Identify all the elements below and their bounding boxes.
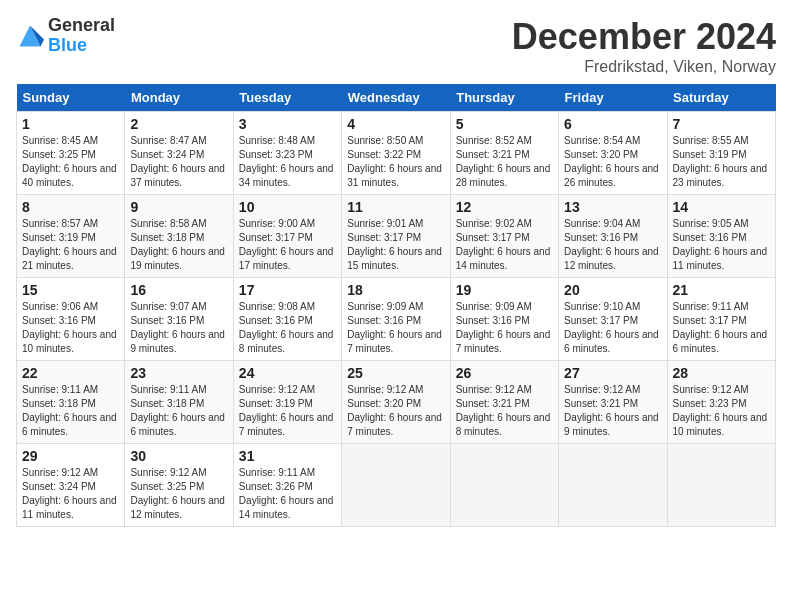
location-title: Fredrikstad, Viken, Norway — [512, 58, 776, 76]
day-info: Sunrise: 9:05 AMSunset: 3:16 PMDaylight:… — [673, 217, 770, 273]
day-number: 19 — [456, 282, 553, 298]
calendar-cell: 30Sunrise: 9:12 AMSunset: 3:25 PMDayligh… — [125, 444, 233, 527]
calendar-cell — [342, 444, 450, 527]
day-info: Sunrise: 8:50 AMSunset: 3:22 PMDaylight:… — [347, 134, 444, 190]
calendar-cell: 15Sunrise: 9:06 AMSunset: 3:16 PMDayligh… — [17, 278, 125, 361]
day-number: 2 — [130, 116, 227, 132]
day-number: 27 — [564, 365, 661, 381]
day-info: Sunrise: 9:07 AMSunset: 3:16 PMDaylight:… — [130, 300, 227, 356]
calendar-cell: 4Sunrise: 8:50 AMSunset: 3:22 PMDaylight… — [342, 112, 450, 195]
day-number: 23 — [130, 365, 227, 381]
day-number: 15 — [22, 282, 119, 298]
title-area: December 2024 Fredrikstad, Viken, Norway — [512, 16, 776, 76]
day-info: Sunrise: 9:09 AMSunset: 3:16 PMDaylight:… — [347, 300, 444, 356]
day-number: 9 — [130, 199, 227, 215]
day-info: Sunrise: 8:47 AMSunset: 3:24 PMDaylight:… — [130, 134, 227, 190]
day-info: Sunrise: 8:58 AMSunset: 3:18 PMDaylight:… — [130, 217, 227, 273]
day-info: Sunrise: 8:52 AMSunset: 3:21 PMDaylight:… — [456, 134, 553, 190]
calendar-cell: 10Sunrise: 9:00 AMSunset: 3:17 PMDayligh… — [233, 195, 341, 278]
weekday-header-friday: Friday — [559, 84, 667, 112]
day-info: Sunrise: 9:11 AMSunset: 3:18 PMDaylight:… — [22, 383, 119, 439]
day-info: Sunrise: 9:12 AMSunset: 3:23 PMDaylight:… — [673, 383, 770, 439]
calendar-cell — [559, 444, 667, 527]
calendar-cell — [667, 444, 775, 527]
day-number: 18 — [347, 282, 444, 298]
day-number: 29 — [22, 448, 119, 464]
day-number: 11 — [347, 199, 444, 215]
calendar-cell: 19Sunrise: 9:09 AMSunset: 3:16 PMDayligh… — [450, 278, 558, 361]
day-info: Sunrise: 9:11 AMSunset: 3:18 PMDaylight:… — [130, 383, 227, 439]
weekday-header-monday: Monday — [125, 84, 233, 112]
calendar-cell: 27Sunrise: 9:12 AMSunset: 3:21 PMDayligh… — [559, 361, 667, 444]
day-info: Sunrise: 9:09 AMSunset: 3:16 PMDaylight:… — [456, 300, 553, 356]
day-info: Sunrise: 9:12 AMSunset: 3:19 PMDaylight:… — [239, 383, 336, 439]
day-info: Sunrise: 9:10 AMSunset: 3:17 PMDaylight:… — [564, 300, 661, 356]
day-number: 22 — [22, 365, 119, 381]
calendar-cell: 9Sunrise: 8:58 AMSunset: 3:18 PMDaylight… — [125, 195, 233, 278]
day-info: Sunrise: 9:06 AMSunset: 3:16 PMDaylight:… — [22, 300, 119, 356]
day-info: Sunrise: 9:12 AMSunset: 3:21 PMDaylight:… — [564, 383, 661, 439]
day-number: 17 — [239, 282, 336, 298]
day-info: Sunrise: 9:11 AMSunset: 3:17 PMDaylight:… — [673, 300, 770, 356]
day-number: 16 — [130, 282, 227, 298]
day-number: 8 — [22, 199, 119, 215]
calendar-cell: 13Sunrise: 9:04 AMSunset: 3:16 PMDayligh… — [559, 195, 667, 278]
day-info: Sunrise: 8:48 AMSunset: 3:23 PMDaylight:… — [239, 134, 336, 190]
weekday-header-wednesday: Wednesday — [342, 84, 450, 112]
week-row-3: 15Sunrise: 9:06 AMSunset: 3:16 PMDayligh… — [17, 278, 776, 361]
week-row-1: 1Sunrise: 8:45 AMSunset: 3:25 PMDaylight… — [17, 112, 776, 195]
calendar-cell: 2Sunrise: 8:47 AMSunset: 3:24 PMDaylight… — [125, 112, 233, 195]
calendar-cell: 20Sunrise: 9:10 AMSunset: 3:17 PMDayligh… — [559, 278, 667, 361]
weekday-header-sunday: Sunday — [17, 84, 125, 112]
day-info: Sunrise: 9:12 AMSunset: 3:25 PMDaylight:… — [130, 466, 227, 522]
calendar-cell: 3Sunrise: 8:48 AMSunset: 3:23 PMDaylight… — [233, 112, 341, 195]
day-number: 20 — [564, 282, 661, 298]
calendar-cell: 23Sunrise: 9:11 AMSunset: 3:18 PMDayligh… — [125, 361, 233, 444]
day-number: 24 — [239, 365, 336, 381]
day-number: 26 — [456, 365, 553, 381]
logo-text: General Blue — [48, 16, 115, 56]
day-number: 21 — [673, 282, 770, 298]
calendar-cell: 5Sunrise: 8:52 AMSunset: 3:21 PMDaylight… — [450, 112, 558, 195]
day-number: 25 — [347, 365, 444, 381]
calendar-cell: 18Sunrise: 9:09 AMSunset: 3:16 PMDayligh… — [342, 278, 450, 361]
day-number: 1 — [22, 116, 119, 132]
day-info: Sunrise: 8:57 AMSunset: 3:19 PMDaylight:… — [22, 217, 119, 273]
logo-blue-text: Blue — [48, 36, 115, 56]
calendar-cell: 22Sunrise: 9:11 AMSunset: 3:18 PMDayligh… — [17, 361, 125, 444]
calendar-cell: 11Sunrise: 9:01 AMSunset: 3:17 PMDayligh… — [342, 195, 450, 278]
day-info: Sunrise: 9:00 AMSunset: 3:17 PMDaylight:… — [239, 217, 336, 273]
logo-general-text: General — [48, 16, 115, 36]
calendar-cell: 21Sunrise: 9:11 AMSunset: 3:17 PMDayligh… — [667, 278, 775, 361]
calendar-cell: 8Sunrise: 8:57 AMSunset: 3:19 PMDaylight… — [17, 195, 125, 278]
day-number: 7 — [673, 116, 770, 132]
logo: General Blue — [16, 16, 115, 56]
day-number: 12 — [456, 199, 553, 215]
calendar-cell: 6Sunrise: 8:54 AMSunset: 3:20 PMDaylight… — [559, 112, 667, 195]
week-row-4: 22Sunrise: 9:11 AMSunset: 3:18 PMDayligh… — [17, 361, 776, 444]
weekday-header-tuesday: Tuesday — [233, 84, 341, 112]
day-info: Sunrise: 9:01 AMSunset: 3:17 PMDaylight:… — [347, 217, 444, 273]
week-row-5: 29Sunrise: 9:12 AMSunset: 3:24 PMDayligh… — [17, 444, 776, 527]
calendar-cell: 14Sunrise: 9:05 AMSunset: 3:16 PMDayligh… — [667, 195, 775, 278]
week-row-2: 8Sunrise: 8:57 AMSunset: 3:19 PMDaylight… — [17, 195, 776, 278]
calendar-cell: 7Sunrise: 8:55 AMSunset: 3:19 PMDaylight… — [667, 112, 775, 195]
day-info: Sunrise: 9:02 AMSunset: 3:17 PMDaylight:… — [456, 217, 553, 273]
calendar-cell: 26Sunrise: 9:12 AMSunset: 3:21 PMDayligh… — [450, 361, 558, 444]
calendar-cell: 25Sunrise: 9:12 AMSunset: 3:20 PMDayligh… — [342, 361, 450, 444]
day-number: 13 — [564, 199, 661, 215]
calendar-cell: 31Sunrise: 9:11 AMSunset: 3:26 PMDayligh… — [233, 444, 341, 527]
day-info: Sunrise: 9:04 AMSunset: 3:16 PMDaylight:… — [564, 217, 661, 273]
day-number: 4 — [347, 116, 444, 132]
day-number: 3 — [239, 116, 336, 132]
page-header: General Blue December 2024 Fredrikstad, … — [16, 16, 776, 76]
day-number: 28 — [673, 365, 770, 381]
weekday-header-row: SundayMondayTuesdayWednesdayThursdayFrid… — [17, 84, 776, 112]
weekday-header-saturday: Saturday — [667, 84, 775, 112]
day-number: 6 — [564, 116, 661, 132]
calendar-cell — [450, 444, 558, 527]
calendar-cell: 12Sunrise: 9:02 AMSunset: 3:17 PMDayligh… — [450, 195, 558, 278]
day-info: Sunrise: 8:45 AMSunset: 3:25 PMDaylight:… — [22, 134, 119, 190]
day-number: 14 — [673, 199, 770, 215]
day-number: 30 — [130, 448, 227, 464]
